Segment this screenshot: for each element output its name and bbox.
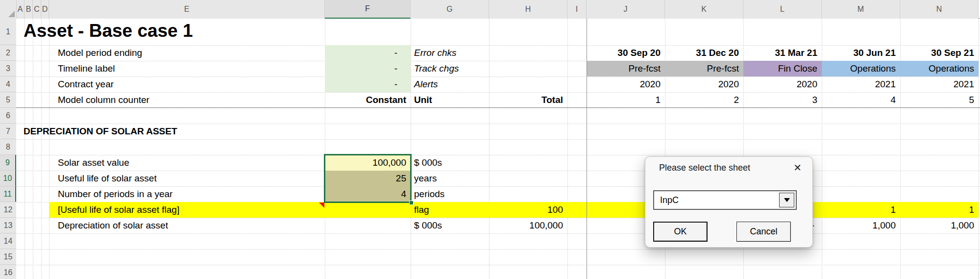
cell-L2[interactable]: 31 Mar 21 — [743, 45, 822, 61]
cancel-button[interactable]: Cancel — [736, 222, 791, 242]
row-header-8[interactable]: 8 — [0, 139, 16, 155]
cell-G13[interactable]: $ 000s — [411, 218, 489, 233]
cell-J2[interactable]: 30 Sep 20 — [587, 45, 665, 61]
sheet-select-dialog: Please select the sheet ✕ InpC OK Cancel — [645, 156, 813, 248]
row-header-3[interactable]: 3 — [0, 61, 16, 76]
column-header-K[interactable]: K — [665, 0, 743, 19]
cell-N3[interactable]: Operations — [900, 61, 979, 76]
gridline — [16, 233, 980, 234]
cell-K3[interactable]: Pre-fcst — [665, 61, 743, 76]
cell-E9[interactable]: Solar asset value — [49, 155, 325, 171]
cell-G3[interactable]: Track chgs — [411, 61, 489, 76]
selection-border — [324, 154, 412, 203]
column-header-B[interactable]: B — [24, 0, 33, 19]
cell-N2[interactable]: 30 Sep 21 — [900, 45, 979, 61]
row-header-16[interactable]: 16 — [0, 265, 16, 279]
cell-G4[interactable]: Alerts — [411, 76, 489, 92]
cell-J5[interactable]: 1 — [587, 92, 665, 108]
cell-M12[interactable]: 1 — [822, 202, 900, 218]
comment-indicator-icon — [319, 203, 324, 208]
fill-handle[interactable] — [409, 201, 414, 205]
cell-M4[interactable]: 2021 — [822, 76, 900, 92]
column-header-A[interactable]: A — [16, 0, 24, 19]
column-header-H[interactable]: H — [489, 0, 567, 19]
column-header-J[interactable]: J — [587, 0, 665, 19]
combobox-dropdown-button[interactable] — [779, 193, 794, 207]
cell-N13[interactable]: 1,000 — [900, 218, 979, 233]
cell-K2[interactable]: 31 Dec 20 — [665, 45, 743, 61]
cell-G12[interactable]: flag — [411, 202, 489, 218]
column-header-L[interactable]: L — [743, 0, 822, 19]
cell-K5[interactable]: 2 — [665, 92, 743, 108]
cell-J3[interactable]: Pre-fcst — [587, 61, 665, 76]
row-header-7[interactable]: 7 — [0, 124, 16, 139]
cell-E5[interactable]: Model column counter — [49, 92, 325, 108]
gridline — [16, 249, 980, 250]
close-icon[interactable]: ✕ — [793, 162, 802, 174]
row-header-2[interactable]: 2 — [0, 45, 16, 61]
row-header-6[interactable]: 6 — [0, 108, 16, 124]
cell-E11[interactable]: Number of periods in a year — [49, 186, 325, 202]
cell-L5[interactable]: 3 — [743, 92, 822, 108]
cell-E10[interactable]: Useful life of solar asset — [49, 171, 325, 186]
row-header-12[interactable]: 12 — [0, 202, 16, 218]
row-header-10[interactable]: 10 — [0, 171, 16, 186]
row-header-9[interactable]: 9 — [0, 155, 16, 171]
cell-A7[interactable]: DEPRECIATION OF SOLAR ASSET — [16, 124, 177, 139]
gridline — [24, 19, 25, 279]
cell-N5[interactable]: 5 — [900, 92, 979, 108]
gridline — [16, 265, 980, 265]
cell-G2[interactable]: Error chks — [411, 45, 489, 61]
cell-K4[interactable]: 2020 — [665, 76, 743, 92]
dialog-title: Please select the sheet — [659, 163, 750, 173]
row-header-13[interactable]: 13 — [0, 218, 16, 233]
row-header-1[interactable]: 1 — [0, 19, 16, 45]
gridline — [16, 139, 980, 140]
cell-E2[interactable]: Model period ending — [49, 45, 325, 61]
cell-H5[interactable]: Total — [489, 92, 567, 108]
cell-H13[interactable]: 100,000 — [489, 218, 567, 233]
cell-J4[interactable]: 2020 — [587, 76, 665, 92]
cell-F3[interactable]: - — [325, 61, 411, 76]
column-header-D[interactable]: D — [41, 0, 49, 19]
cell-M5[interactable]: 4 — [822, 92, 900, 108]
gridline — [567, 19, 568, 279]
row-header-11[interactable]: 11 — [0, 186, 16, 202]
cell-F4[interactable]: - — [325, 76, 411, 92]
sheet-combobox[interactable]: InpC — [653, 190, 797, 210]
cell-N12[interactable]: 1 — [900, 202, 979, 218]
cell-N4[interactable]: 2021 — [900, 76, 979, 92]
select-all-corner[interactable] — [0, 0, 17, 19]
cell-F2[interactable]: - — [325, 45, 411, 61]
cell-H12[interactable]: 100 — [489, 202, 567, 218]
cell-M2[interactable]: 30 Jun 21 — [822, 45, 900, 61]
row-header-5[interactable]: 5 — [0, 92, 16, 108]
column-header-M[interactable]: M — [822, 0, 900, 19]
cell-G11[interactable]: periods — [411, 186, 489, 202]
cell-E4[interactable]: Contract year — [49, 76, 325, 92]
cell-E12[interactable]: [Useful life of solar asset flag] — [49, 202, 325, 218]
cell-G10[interactable]: years — [411, 171, 489, 186]
ok-button[interactable]: OK — [653, 222, 708, 242]
column-header-F[interactable]: F — [325, 0, 411, 19]
column-header-E[interactable]: E — [49, 0, 325, 19]
cell-F5[interactable]: Constant — [325, 92, 411, 108]
row-header-15[interactable]: 15 — [0, 249, 16, 265]
cell-A1[interactable]: Asset - Base case 1 — [16, 19, 193, 45]
select-all-icon — [8, 11, 15, 17]
cell-M3[interactable]: Operations — [822, 61, 900, 76]
row-header-14[interactable]: 14 — [0, 233, 16, 249]
cell-G5[interactable]: Unit — [411, 92, 489, 108]
cell-L3[interactable]: Fin Close — [743, 61, 822, 76]
cell-L4[interactable]: 2020 — [743, 76, 822, 92]
cell-G9[interactable]: $ 000s — [411, 155, 489, 171]
cell-E3[interactable]: Timeline label — [49, 61, 325, 76]
column-header-G[interactable]: G — [411, 0, 489, 19]
column-header-N[interactable]: N — [900, 0, 979, 19]
column-header-C[interactable]: C — [33, 0, 41, 19]
row-header-4[interactable]: 4 — [0, 76, 16, 92]
cell-M13[interactable]: 1,000 — [822, 218, 900, 233]
cell-E13[interactable]: Depreciation of solar asset — [49, 218, 325, 233]
gridline — [33, 19, 33, 279]
column-header-I[interactable]: I — [567, 0, 587, 19]
